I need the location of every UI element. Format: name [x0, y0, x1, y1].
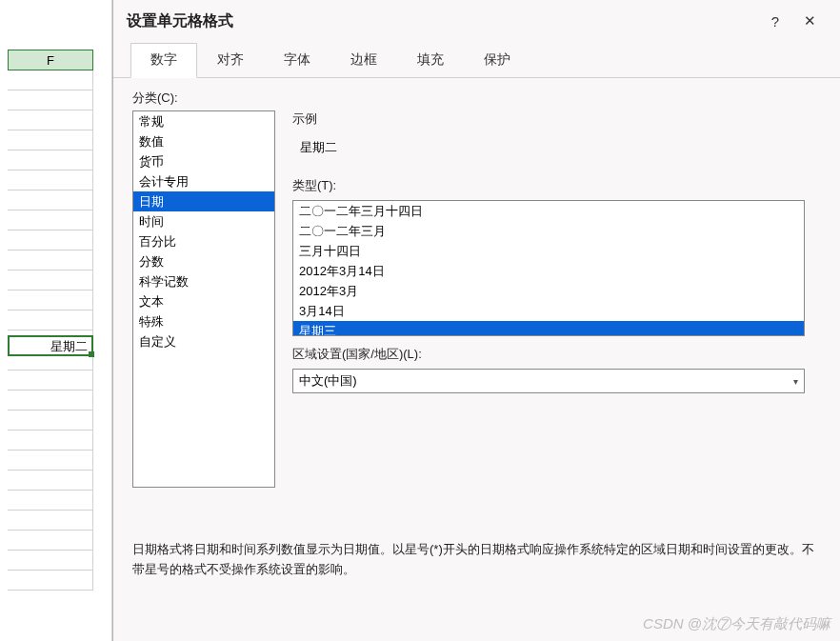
category-item-date[interactable]: 日期	[133, 191, 274, 211]
sample-group: 示例 星期二	[292, 110, 821, 168]
cell[interactable]	[8, 531, 93, 551]
tab-border[interactable]: 边框	[330, 43, 397, 78]
cell[interactable]	[8, 310, 93, 331]
type-listbox[interactable]: 二〇一二年三月十四日 二〇一二年三月 三月十四日 2012年3月14日 2012…	[292, 200, 805, 336]
format-cells-dialog: 设置单元格格式 ? ✕ 数字 对齐 字体 边框 填充 保护 分类(C): 常规 …	[112, 0, 840, 641]
category-item-percentage[interactable]: 百分比	[133, 231, 274, 251]
cell-grid	[8, 70, 93, 591]
type-item[interactable]: 星期三	[293, 321, 804, 336]
cell[interactable]	[8, 270, 93, 290]
category-item-scientific[interactable]: 科学记数	[133, 271, 274, 291]
cell[interactable]	[8, 511, 93, 531]
cell[interactable]	[8, 90, 93, 110]
right-column: 示例 星期二 类型(T): 二〇一二年三月十四日 二〇一二年三月 三月十四日 2…	[292, 110, 821, 488]
category-item-general[interactable]: 常规	[133, 111, 274, 131]
category-item-special[interactable]: 特殊	[133, 311, 274, 331]
cell[interactable]	[8, 371, 93, 391]
category-item-accounting[interactable]: 会计专用	[133, 171, 274, 191]
cell[interactable]	[8, 391, 93, 411]
tab-alignment[interactable]: 对齐	[197, 43, 264, 78]
type-label: 类型(T):	[292, 177, 821, 194]
tab-protection[interactable]: 保护	[464, 43, 530, 78]
cell[interactable]	[8, 210, 93, 230]
close-button[interactable]: ✕	[792, 4, 827, 38]
tab-strip: 数字 对齐 字体 边框 填充 保护	[113, 42, 840, 78]
locale-label: 区域设置(国家/地区)(L):	[292, 346, 821, 363]
category-listbox[interactable]: 常规 数值 货币 会计专用 日期 时间 百分比 分数 科学记数 文本 特殊 自定…	[132, 110, 275, 488]
category-item-time[interactable]: 时间	[133, 211, 274, 231]
cell[interactable]	[8, 411, 93, 431]
locale-group: 区域设置(国家/地区)(L): 中文(中国) ▾	[292, 346, 821, 393]
locale-value: 中文(中国)	[299, 372, 357, 390]
cell[interactable]	[8, 230, 93, 250]
cell[interactable]	[8, 250, 93, 270]
type-item[interactable]: 3月14日	[293, 301, 804, 321]
cell[interactable]	[8, 431, 93, 451]
type-item[interactable]: 2012年3月	[293, 281, 804, 301]
sample-label: 示例	[292, 110, 821, 128]
cell[interactable]	[8, 130, 93, 150]
dialog-titlebar: 设置单元格格式 ? ✕	[113, 0, 840, 42]
cell[interactable]	[8, 451, 93, 471]
tab-font[interactable]: 字体	[264, 43, 330, 78]
category-item-fraction[interactable]: 分数	[133, 251, 274, 271]
tab-number[interactable]: 数字	[130, 43, 197, 78]
category-item-text[interactable]: 文本	[133, 291, 274, 311]
cell[interactable]	[8, 551, 93, 571]
sample-value: 星期二	[292, 133, 821, 168]
spreadsheet-backdrop: F 星期二	[0, 0, 112, 641]
type-item[interactable]: 三月十四日	[293, 241, 804, 261]
category-item-number[interactable]: 数值	[133, 131, 274, 151]
format-description: 日期格式将日期和时间系列数值显示为日期值。以星号(*)开头的日期格式响应操作系统…	[132, 540, 821, 580]
category-item-custom[interactable]: 自定义	[133, 331, 274, 351]
active-cell[interactable]: 星期二	[8, 335, 93, 356]
cell[interactable]	[8, 170, 93, 190]
type-item[interactable]: 2012年3月14日	[293, 261, 804, 281]
cell[interactable]	[8, 491, 93, 511]
category-item-currency[interactable]: 货币	[133, 151, 274, 171]
chevron-down-icon: ▾	[793, 376, 798, 387]
locale-dropdown[interactable]: 中文(中国) ▾	[292, 369, 805, 393]
active-cell-value: 星期二	[50, 339, 88, 353]
cell[interactable]	[8, 150, 93, 170]
type-item[interactable]: 二〇一二年三月十四日	[293, 201, 804, 221]
cell[interactable]	[8, 110, 93, 130]
close-icon: ✕	[804, 12, 816, 30]
tab-fill[interactable]: 填充	[397, 43, 464, 78]
help-button[interactable]: ?	[758, 4, 792, 38]
category-label: 分类(C):	[132, 90, 821, 107]
type-group: 类型(T): 二〇一二年三月十四日 二〇一二年三月 三月十四日 2012年3月1…	[292, 177, 821, 336]
cell[interactable]	[8, 471, 93, 491]
cell[interactable]	[8, 571, 93, 591]
cell[interactable]	[8, 190, 93, 210]
cell[interactable]	[8, 70, 93, 90]
fill-handle[interactable]	[89, 351, 94, 357]
cell[interactable]	[8, 290, 93, 310]
tab-content: 分类(C): 常规 数值 货币 会计专用 日期 时间 百分比 分数 科学记数 文…	[113, 78, 840, 499]
dialog-title: 设置单元格格式	[127, 11, 233, 31]
column-header-f[interactable]: F	[8, 50, 93, 70]
type-item[interactable]: 二〇一二年三月	[293, 221, 804, 241]
